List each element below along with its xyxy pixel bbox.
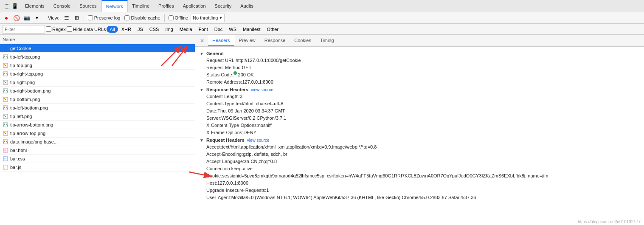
general-toggle-icon[interactable]: ▼	[200, 51, 204, 56]
hide-data-urls-label[interactable]: Hide data URLs	[67, 26, 106, 32]
list-view-button[interactable]: ☰	[62, 13, 71, 22]
file-name: tip-left-top.png	[10, 54, 40, 59]
filter-type-font[interactable]: Font	[196, 26, 211, 33]
svg-text:J: J	[4, 166, 5, 169]
offline-text: Offline	[175, 15, 188, 20]
response-header-row: X-Frame-Options: DENY	[206, 129, 640, 136]
request-header-row: Upgrade-Insecure-Requests: 1	[206, 187, 640, 194]
filter-type-img[interactable]: Img	[162, 26, 176, 33]
regex-label[interactable]: Regex	[46, 26, 66, 32]
remote-address-key: Remote Address:	[206, 79, 242, 85]
filter-type-all[interactable]: All	[107, 26, 118, 33]
record-button[interactable]: ●	[2, 13, 11, 22]
request-headers-toggle-icon[interactable]: ▼	[200, 138, 204, 143]
preserve-log-text: Preserve log	[94, 15, 121, 20]
file-item[interactable]: tip-left-bottom.png	[0, 104, 195, 112]
detail-close-button[interactable]: ✕	[198, 37, 206, 45]
file-item[interactable]: Cbar.css	[0, 155, 195, 163]
file-name: tip-left-bottom.png	[10, 105, 48, 110]
file-item[interactable]: tip-left.png	[0, 112, 195, 121]
top-tab-profiles[interactable]: Profiles	[154, 0, 179, 12]
file-item[interactable]: tip-right-bottom.png	[0, 87, 195, 95]
header-key: Date:	[206, 107, 217, 114]
file-name: bar.html	[10, 148, 27, 153]
header-key: Accept-Encoding:	[206, 151, 243, 158]
sep3	[164, 14, 165, 22]
main-content: Name getCookietip-left-top.pngtip-top.pn…	[0, 35, 644, 225]
filter-type-xhr[interactable]: XHR	[118, 26, 134, 33]
top-tab-application[interactable]: Application	[179, 0, 211, 12]
filter-input[interactable]	[3, 25, 45, 34]
file-item[interactable]: tip-arrow-top.png	[0, 129, 195, 138]
capture-screenshots-button[interactable]: 📷	[22, 13, 31, 22]
preserve-log-checkbox[interactable]	[88, 15, 93, 20]
response-headers-view-source[interactable]: view source	[251, 87, 273, 92]
filter-type-other[interactable]: Other	[264, 26, 282, 33]
request-url-row: Request URL: http://127.0.0.1:8000/getCo…	[206, 57, 640, 64]
filter-type-ws[interactable]: WS	[226, 26, 239, 33]
svg-point-13	[4, 106, 5, 107]
request-headers-view-source[interactable]: view source	[247, 138, 270, 143]
file-item[interactable]: getCookie	[0, 44, 195, 53]
name-column-header: Name	[3, 37, 15, 42]
top-tab-audits[interactable]: Audits	[236, 0, 258, 12]
filter-icon-button[interactable]: ▾	[32, 13, 42, 22]
inspect-icon[interactable]: ⬚	[4, 3, 10, 9]
hide-data-urls-checkbox[interactable]	[67, 26, 72, 32]
file-list-header: Name	[0, 35, 195, 44]
top-tab-timeline[interactable]: Timeline	[128, 0, 154, 12]
grid-view-button[interactable]: ⊞	[72, 13, 82, 22]
file-item[interactable]: tip-right.png	[0, 78, 195, 87]
file-item[interactable]: data:image/png;base...	[0, 138, 195, 146]
remote-address-row: Remote Address: 127.0.0.1:8000	[206, 79, 640, 85]
detail-content: ▼ General Request URL: http://127.0.0.1:…	[195, 47, 644, 225]
filter-type-css[interactable]: CSS	[146, 26, 162, 33]
throttle-select[interactable]: No throttling ▼	[191, 14, 225, 22]
filter-type-doc[interactable]: Doc	[211, 26, 226, 33]
file-icon	[3, 79, 8, 85]
header-val: 127.0.0.1:8000	[217, 180, 248, 186]
file-item[interactable]: tip-left-top.png	[0, 53, 195, 61]
header-key: Host:	[206, 180, 217, 186]
request-header-row: Accept-Language: zh-CN,zh;q=0.8	[206, 158, 640, 165]
detail-tab-headers[interactable]: Headers	[208, 35, 235, 46]
header-val: sessionid=5pvq8zmkgtb9omarod4q52lhfsmcc5…	[222, 172, 548, 179]
regex-checkbox[interactable]	[46, 26, 51, 32]
header-key: Content-Type:	[206, 100, 236, 107]
offline-checkbox[interactable]	[169, 15, 174, 20]
top-tab-elements[interactable]: Elements	[21, 0, 49, 12]
detail-tab-timing[interactable]: Timing	[316, 35, 339, 46]
detail-tab-cookies[interactable]: Cookies	[290, 35, 316, 46]
file-item[interactable]: tip-top.png	[0, 61, 195, 70]
header-key: Server:	[206, 115, 221, 121]
detail-tab-preview[interactable]: Preview	[235, 35, 260, 46]
file-item[interactable]: tip-right-top.png	[0, 70, 195, 78]
response-headers-toggle-icon[interactable]: ▼	[200, 87, 204, 92]
detail-tab-response[interactable]: Response	[260, 35, 290, 46]
response-headers-section-header: ▼ Response Headers view source	[200, 87, 640, 92]
top-tab-network[interactable]: Network	[101, 0, 128, 12]
top-tab-security[interactable]: Security	[211, 0, 236, 12]
header-val: text/html,application/xhtml+xml,applicat…	[222, 143, 377, 150]
top-tab-console[interactable]: Console	[49, 0, 75, 12]
request-header-row: Connection: keep-alive	[206, 165, 640, 172]
clear-button[interactable]: 🚫	[12, 13, 21, 22]
preserve-log-label[interactable]: Preserve log	[86, 15, 122, 20]
file-item[interactable]: tip-arrow-bottom.png	[0, 121, 195, 129]
file-item[interactable]: tip-bottom.png	[0, 95, 195, 104]
request-method-val: GET	[242, 64, 252, 71]
header-val: text/html; charset=utf-8	[236, 100, 283, 107]
filter-type-media[interactable]: Media	[177, 26, 195, 33]
file-icon	[3, 96, 8, 102]
filter-type-manifest[interactable]: Manifest	[240, 26, 264, 33]
filter-type-js[interactable]: JS	[135, 26, 146, 33]
disable-cache-label[interactable]: Disable cache	[123, 15, 162, 20]
file-item[interactable]: Hbar.html	[0, 146, 195, 155]
throttle-chevron-icon: ▼	[219, 16, 222, 20]
file-icon	[3, 88, 8, 94]
top-tab-sources[interactable]: Sources	[75, 0, 101, 12]
offline-label[interactable]: Offline	[167, 15, 190, 20]
file-item[interactable]: Jbar.js	[0, 163, 195, 172]
device-icon[interactable]: 📱	[11, 3, 18, 9]
disable-cache-checkbox[interactable]	[124, 15, 129, 20]
